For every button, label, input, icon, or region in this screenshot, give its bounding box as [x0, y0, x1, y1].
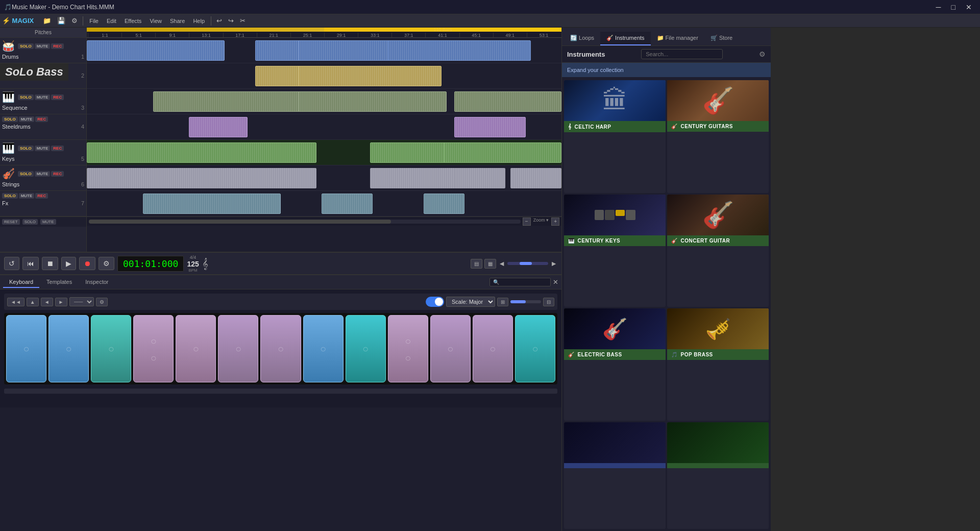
steel-clip-1[interactable] [189, 117, 248, 137]
reset-button[interactable]: RESET [2, 219, 20, 225]
strings-clip-4[interactable] [510, 168, 561, 188]
steel-solo-btn[interactable]: SOLO [2, 116, 18, 122]
pad-9[interactable] [346, 315, 386, 382]
strings-mute-btn[interactable]: MUTE [35, 171, 51, 177]
mystery-card-1[interactable] [564, 422, 666, 529]
tab-templates[interactable]: Templates [40, 277, 78, 288]
tab-loops[interactable]: 🔄 Loops [564, 32, 600, 45]
undo-button[interactable]: ↩ [213, 16, 225, 26]
global-mute-btn[interactable]: MUTE [40, 219, 56, 225]
metronome-btn[interactable]: 𝄞 [202, 258, 208, 270]
fx-solo-btn[interactable]: SOLO [2, 193, 18, 199]
drums-solo-btn[interactable]: SOLO [18, 43, 34, 49]
tab-inspector[interactable]: Inspector [79, 277, 114, 288]
kb-extra-btn[interactable]: ⊟ [543, 298, 554, 306]
keys-mute-btn[interactable]: MUTE [35, 146, 51, 151]
record-btn[interactable]: ⏺ [79, 257, 95, 270]
kb-prev-prev[interactable]: ◄◄ [7, 298, 24, 306]
scrollbar-thumb[interactable] [89, 220, 391, 224]
seq-mute-btn[interactable]: MUTE [35, 94, 51, 100]
pad-5[interactable] [176, 315, 216, 382]
kb-prev[interactable]: ◄ [41, 298, 53, 306]
pad-3[interactable] [91, 315, 131, 382]
strings-solo-btn[interactable]: SOLO [18, 171, 34, 177]
celtic-harp-card[interactable]: 🎵 🏛 𝄞 CELTIC HARP [564, 80, 666, 193]
vol-back-btn[interactable]: ◄ [498, 259, 505, 268]
mixer-btn[interactable]: ▤ [471, 259, 482, 269]
zoom-in-btn[interactable]: + [551, 218, 559, 226]
strings-rec-btn[interactable]: REC [51, 171, 64, 177]
keys-clip-1[interactable] [87, 142, 316, 163]
tab-keyboard[interactable]: Keyboard [3, 277, 39, 288]
century-guitars-card[interactable]: 🎸 🎸 CENTURY GUITARS [667, 80, 769, 193]
kb-next[interactable]: ► [55, 298, 67, 306]
maximize-button[interactable]: □ [947, 2, 960, 12]
pad-7[interactable] [260, 315, 301, 382]
scale-select[interactable]: Scale: Major [446, 297, 495, 307]
vol-fwd-btn[interactable]: ► [550, 259, 557, 268]
pad-13[interactable] [515, 315, 555, 382]
toolbar-save[interactable]: 💾 [54, 16, 68, 26]
seq-solo-btn[interactable]: SOLO [18, 94, 34, 100]
kb-toggle[interactable] [426, 297, 444, 307]
pad-6[interactable] [218, 315, 258, 382]
kb-settings[interactable]: ⚙ [96, 298, 108, 306]
tab-store[interactable]: 🛒 Store [704, 32, 739, 45]
pad-4[interactable] [133, 315, 174, 382]
tab-instruments[interactable]: 🎸 Instruments [600, 32, 651, 45]
strings-clip-3[interactable] [454, 168, 505, 188]
settings-btn[interactable]: ⚙ [99, 257, 114, 270]
menu-view[interactable]: View [145, 16, 166, 26]
keyboard-close-btn[interactable]: ✕ [553, 278, 558, 286]
keys-clip-3[interactable] [444, 142, 561, 163]
menu-file[interactable]: File [85, 16, 103, 26]
steel-clip-2[interactable] [454, 117, 526, 137]
minimize-button[interactable]: ─ [932, 2, 945, 12]
toolbar-open[interactable]: 📁 [40, 16, 54, 26]
drums-rec-btn[interactable]: REC [51, 43, 64, 49]
seq-clip-2[interactable] [299, 91, 447, 112]
seq-clip-3[interactable] [454, 91, 561, 112]
menu-edit[interactable]: Edit [103, 16, 120, 26]
close-button[interactable]: ✕ [962, 2, 976, 12]
toolbar-settings[interactable]: ⚙ [68, 16, 81, 26]
strings-clip-1[interactable] [87, 168, 316, 188]
kb-grid-btn[interactable]: ⊞ [497, 298, 508, 306]
keys-rec-btn[interactable]: REC [51, 146, 64, 151]
fx-clip-3[interactable] [424, 194, 464, 214]
pop-brass-card[interactable]: 🎺 🎵 POP BRASS [667, 308, 769, 421]
keys-solo-btn[interactable]: SOLO [18, 146, 34, 151]
kb-volume-slider[interactable] [510, 300, 541, 303]
fx-rec-btn[interactable]: REC [35, 193, 48, 199]
global-solo-btn[interactable]: SOLO [22, 219, 38, 225]
electric-bass-card[interactable]: 🎸 🎸 ELECTRIC BASS [564, 308, 666, 421]
pad-10[interactable] [388, 315, 428, 382]
pad-11[interactable] [430, 315, 471, 382]
fx-clip-2[interactable] [322, 194, 373, 214]
drums-mute-btn[interactable]: MUTE [35, 43, 51, 49]
drums-clip-1[interactable] [87, 40, 225, 61]
cut-button[interactable]: ✂ [237, 16, 249, 26]
pad-2[interactable] [48, 315, 89, 382]
stop-btn[interactable]: ⏹ [42, 257, 58, 270]
century-keys-card[interactable]: 🎹 CENTURY KEYS [564, 195, 666, 307]
pad-12[interactable] [473, 315, 513, 382]
kb-up[interactable]: ▲ [27, 298, 39, 306]
steel-mute-btn[interactable]: MUTE [19, 116, 35, 122]
keyboard-scrollbar[interactable] [4, 389, 557, 394]
pad-1[interactable] [6, 315, 46, 382]
kb-preset-select[interactable]: —— [69, 297, 94, 306]
seq-rec-btn[interactable]: REC [51, 94, 64, 100]
mystery-card-2[interactable] [667, 422, 769, 529]
seq-clip-1[interactable] [153, 91, 311, 112]
play-btn[interactable]: ▶ [61, 257, 76, 270]
bass-clip-2[interactable] [299, 66, 442, 86]
menu-help[interactable]: Help [189, 16, 209, 26]
rewind-btn[interactable]: ⏮ [22, 257, 39, 270]
tab-file-manager[interactable]: 📁 File manager [651, 32, 704, 45]
menu-effects[interactable]: Effects [120, 16, 145, 26]
zoom-out-btn[interactable]: − [523, 218, 531, 226]
concert-guitar-card[interactable]: 🎸 🎸 CONCERT GUITAR [667, 195, 769, 307]
panel-settings-icon[interactable]: ⚙ [759, 50, 766, 58]
redo-button[interactable]: ↪ [225, 16, 237, 26]
